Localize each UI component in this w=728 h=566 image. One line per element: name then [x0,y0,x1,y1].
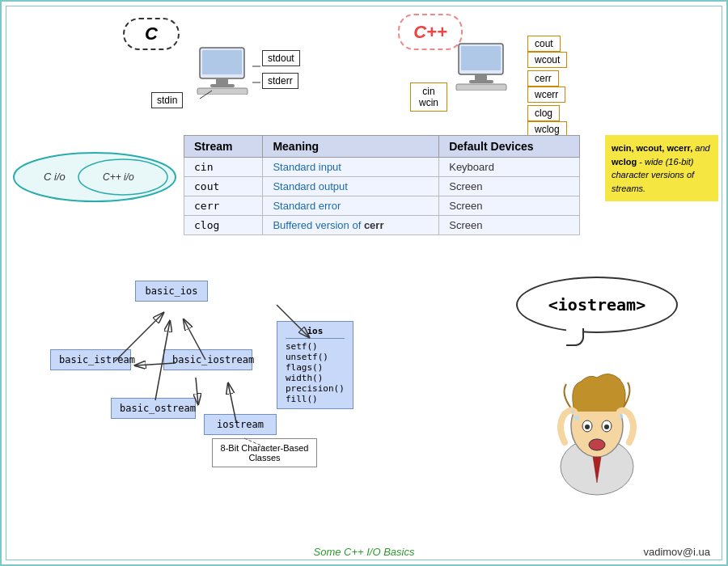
basic-iostream-box: basic_iostream [163,349,252,370]
ios-box: ios setf() unsetf() flags() width() prec… [277,321,353,409]
svg-rect-1 [202,50,242,74]
svg-rect-7 [475,74,487,81]
svg-text:C++ i/o: C++ i/o [103,171,134,183]
svg-line-31 [196,378,198,404]
svg-rect-8 [469,80,493,83]
c-monitor [196,46,252,97]
col-stream: Stream [184,136,263,158]
table-row: cin Standard input Keyboard [184,158,580,177]
table-row: cerr Standard error Screen [184,196,580,216]
clog-box: clog [527,105,560,121]
svg-text:C i/o: C i/o [44,171,66,183]
cartoon-person [508,357,686,503]
sticky-note: wcin, wcout, wcerr, and wclog - wide (16… [605,135,718,201]
footer-title: Some C++ I/O Basics [314,546,415,558]
table-row: clog Buffered version of cerr Screen [184,216,580,235]
cin-wcin-box: cinwcin [410,82,447,112]
svg-rect-6 [461,46,501,70]
iostream-box: iostream [204,414,277,435]
cpp-label: C++ [398,14,463,50]
svg-point-20 [589,439,605,450]
bit-label: 8-Bit Character-BasedClasses [212,438,317,467]
footer: . Some C++ I/O Basics vadimov@i.ua [2,546,726,558]
cerr-box: cerr [527,70,559,87]
stream-table-section: Stream Meaning Default Devices cin Stand… [184,135,580,235]
cio-ellipse: C i/o C++ i/o [10,151,180,204]
basic-ostream-box: basic_ostream [111,398,196,419]
stdout-box: stdout [262,50,300,66]
c-label: C [123,18,180,50]
cout-box: cout [527,36,561,52]
svg-point-18 [585,424,590,429]
iostream-bubble: <iostream> [516,277,678,333]
svg-point-23 [620,415,624,419]
svg-rect-2 [216,78,228,85]
svg-rect-4 [197,88,248,95]
wcout-box: wcout [527,52,567,68]
table-row: cout Standard output Screen [184,177,580,196]
basic-istream-box: basic_istream [50,349,131,370]
svg-rect-3 [210,84,235,87]
footer-author: vadimov@i.ua [643,546,710,558]
svg-point-19 [604,424,609,429]
stderr-box: stderr [262,73,298,89]
stdin-box: stdin [151,92,183,108]
iostream-section: <iostream> [484,277,710,503]
basic-ios-box: basic_ios [135,281,208,302]
wcerr-box: wcerr [527,87,565,103]
cpp-monitor [455,42,511,93]
stream-table: Stream Meaning Default Devices cin Stand… [184,135,580,235]
col-devices: Default Devices [439,136,580,158]
svg-point-21 [574,416,579,420]
col-meaning: Meaning [263,136,439,158]
svg-rect-9 [456,84,506,91]
svg-point-22 [571,410,574,413]
